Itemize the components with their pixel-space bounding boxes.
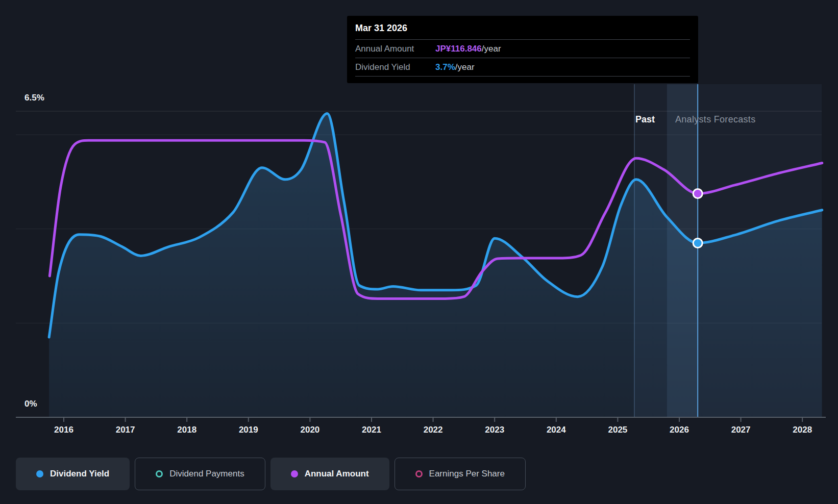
legend-item-dividend-yield[interactable]: Dividend Yield — [16, 458, 130, 490]
tooltip-row-dividend-yield: Dividend Yield 3.7%/year — [355, 58, 690, 77]
x-axis-label-2025: 2025 — [608, 425, 627, 435]
x-axis-label-2024: 2024 — [547, 425, 566, 435]
legend-item-label: Annual Amount — [305, 469, 369, 479]
legend-ring-earnings-per-share — [415, 470, 423, 477]
tooltip-row-value: 3.7% — [435, 62, 455, 72]
hover-marker-dividend-yield — [693, 238, 702, 247]
tooltip-date: Mar 31 2026 — [355, 16, 690, 39]
page-root: { "tooltip": { "date": "Mar 31 2026", "r… — [0, 0, 838, 504]
y-axis-label-top: 6.5% — [24, 93, 44, 103]
x-axis-label-2018: 2018 — [177, 425, 196, 435]
x-axis-label-2022: 2022 — [424, 425, 443, 435]
tooltip-row-annual-amount: Annual Amount JP¥116.846/year — [355, 39, 690, 58]
tooltip: Mar 31 2026 Annual Amount JP¥116.846/yea… — [347, 16, 698, 83]
y-axis-label-bottom: 0% — [24, 399, 37, 409]
x-axis-label-2016: 2016 — [54, 425, 73, 435]
hover-marker-annual-amount — [693, 189, 702, 198]
x-axis-label-2017: 2017 — [116, 425, 135, 435]
x-axis-label-2023: 2023 — [485, 425, 504, 435]
legend-item-label: Dividend Yield — [50, 469, 109, 479]
tooltip-row-label: Dividend Yield — [355, 62, 435, 72]
tooltip-row-label: Annual Amount — [355, 44, 435, 54]
legend-item-earnings-per-share[interactable]: Earnings Per Share — [395, 458, 526, 490]
legend: Dividend Yield Dividend Payments Annual … — [16, 458, 526, 490]
legend-ring-dividend-payments — [156, 470, 163, 477]
tooltip-row-value: JP¥116.846 — [435, 44, 482, 54]
legend-item-label: Dividend Payments — [169, 469, 244, 479]
x-axis-label-2027: 2027 — [731, 425, 751, 435]
tooltip-row-suffix: /year — [482, 44, 501, 54]
legend-item-label: Earnings Per Share — [429, 469, 505, 479]
x-axis-label-2021: 2021 — [362, 425, 381, 435]
x-axis-label-2026: 2026 — [670, 425, 689, 435]
legend-item-dividend-payments[interactable]: Dividend Payments — [135, 458, 265, 490]
past-label: Past — [635, 113, 655, 126]
legend-item-annual-amount[interactable]: Annual Amount — [270, 458, 389, 490]
legend-dot-dividend-yield — [36, 470, 43, 477]
x-axis-label-2020: 2020 — [300, 425, 319, 435]
x-axis-label-2028: 2028 — [793, 425, 812, 435]
legend-dot-annual-amount — [291, 470, 298, 477]
x-axis-label-2019: 2019 — [239, 425, 258, 435]
tooltip-row-suffix: /year — [455, 62, 475, 72]
analysts-forecasts-label: Analysts Forecasts — [675, 113, 755, 126]
